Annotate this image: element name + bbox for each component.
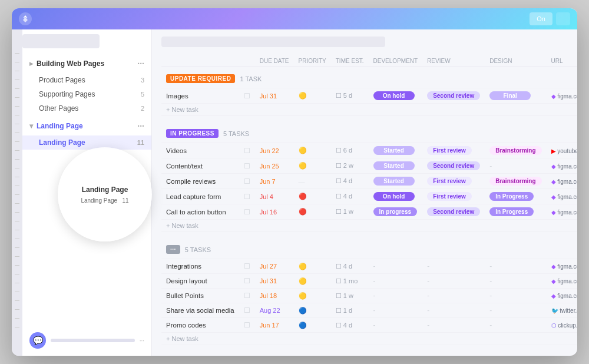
table-row[interactable]: Bullet Points ☐ Jul 18 🟡 ☐ 1 w - - - ◆ f… bbox=[161, 289, 577, 303]
task-priority[interactable]: 🔴 bbox=[294, 204, 331, 220]
sidebar-item-other-pages[interactable]: Other Pages 2 bbox=[22, 101, 151, 115]
task-checkbox[interactable]: ☐ bbox=[239, 259, 255, 274]
task-priority[interactable]: 🟡 bbox=[294, 259, 331, 274]
task-name[interactable]: Design layout bbox=[161, 274, 239, 289]
task-url[interactable]: ◆ figma.com bbox=[547, 204, 577, 220]
task-priority[interactable]: 🟡 bbox=[294, 143, 331, 158]
task-url[interactable]: ◆ figma.com bbox=[547, 259, 577, 274]
task-checkbox[interactable]: ☐ bbox=[239, 158, 255, 174]
task-design[interactable]: - bbox=[485, 274, 546, 289]
task-review[interactable]: Second review bbox=[422, 204, 485, 220]
sidebar-group-building-web-pages[interactable]: ▸ Building Web Pages ··· bbox=[22, 55, 151, 71]
task-name[interactable]: Images bbox=[161, 88, 239, 104]
task-checkbox[interactable]: ☐ bbox=[239, 289, 255, 303]
chat-bubble-icon[interactable]: 💬 bbox=[29, 332, 46, 349]
table-row[interactable]: Content/text ☐ Jun 25 🟡 ☐ 2 w Started Se… bbox=[161, 158, 577, 174]
sidebar-item-landing-page[interactable]: Landing Page 11 bbox=[22, 135, 151, 150]
more-options-icon[interactable]: ··· bbox=[137, 121, 144, 131]
table-row[interactable]: Share via social media ☐ Aug 22 🔵 ☐ 1 d … bbox=[161, 303, 577, 318]
table-row[interactable]: Videos ☐ Jun 22 🟡 ☐ 6 d Started First re… bbox=[161, 143, 577, 158]
task-review[interactable]: First review bbox=[422, 143, 485, 158]
task-name[interactable]: Bullet Points bbox=[161, 289, 239, 303]
new-task-label[interactable]: + New task bbox=[161, 333, 577, 345]
task-development[interactable]: - bbox=[369, 259, 423, 274]
task-checkbox[interactable]: ☐ bbox=[239, 174, 255, 189]
task-checkbox[interactable]: ☐ bbox=[239, 318, 255, 333]
task-design[interactable]: Brainstorming bbox=[485, 143, 546, 158]
task-design[interactable]: - bbox=[485, 303, 546, 318]
task-development[interactable]: - bbox=[369, 303, 423, 318]
task-review[interactable]: First review bbox=[422, 174, 485, 189]
task-url[interactable]: ⬡ clickup.com bbox=[547, 318, 577, 333]
task-name[interactable]: Share via social media bbox=[161, 303, 239, 318]
task-priority[interactable]: 🔴 bbox=[294, 189, 331, 204]
task-review[interactable]: Second review bbox=[422, 88, 485, 104]
task-url[interactable]: ▶ youtube.com bbox=[547, 143, 577, 158]
table-row[interactable]: Integrations ☐ Jul 27 🟡 ☐ 4 d - - - ◆ fi… bbox=[161, 259, 577, 274]
table-row[interactable]: Promo codes ☐ Jun 17 🔵 ☐ 4 d - - - ⬡ cli… bbox=[161, 318, 577, 333]
task-design[interactable]: - bbox=[485, 158, 546, 174]
task-review[interactable]: First review bbox=[422, 189, 485, 204]
task-url[interactable]: 🐦 twitter.com bbox=[547, 303, 577, 318]
task-development[interactable]: Started bbox=[369, 143, 423, 158]
table-row[interactable]: Call to action button ☐ Jul 16 🔴 ☐ 1 w I… bbox=[161, 204, 577, 220]
task-name[interactable]: Videos bbox=[161, 143, 239, 158]
task-review[interactable]: - bbox=[422, 289, 485, 303]
task-development[interactable]: - bbox=[369, 274, 423, 289]
table-row[interactable]: Compile reviews ☐ Jun 7 — ☐ 4 d Started … bbox=[161, 174, 577, 189]
task-development[interactable]: - bbox=[369, 289, 423, 303]
task-review[interactable]: - bbox=[422, 303, 485, 318]
task-development[interactable]: - bbox=[369, 318, 423, 333]
task-development[interactable]: Started bbox=[369, 174, 423, 189]
task-design[interactable]: In Progress bbox=[485, 189, 546, 204]
task-review[interactable]: - bbox=[422, 318, 485, 333]
task-priority[interactable]: 🔵 bbox=[294, 318, 331, 333]
task-checkbox[interactable]: ☐ bbox=[239, 88, 255, 104]
task-priority[interactable]: — bbox=[294, 174, 331, 189]
task-design[interactable]: In Progress bbox=[485, 204, 546, 220]
task-checkbox[interactable]: ☐ bbox=[239, 189, 255, 204]
task-design[interactable]: - bbox=[485, 318, 546, 333]
task-url[interactable]: ◆ figma.com bbox=[547, 274, 577, 289]
task-name[interactable]: Integrations bbox=[161, 259, 239, 274]
new-task-row[interactable]: + New task bbox=[161, 104, 577, 116]
table-row[interactable]: Images ☐ Jul 31 🟡 ☐ 5 d On hold Second r… bbox=[161, 88, 577, 104]
task-name[interactable]: Compile reviews bbox=[161, 174, 239, 189]
task-design[interactable]: Final bbox=[485, 88, 546, 104]
task-development[interactable]: Started bbox=[369, 158, 423, 174]
table-row[interactable]: Design layout ☐ Jul 31 🟡 ☐ 1 mo - - - ◆ … bbox=[161, 274, 577, 289]
new-task-label[interactable]: + New task bbox=[161, 104, 577, 116]
task-development[interactable]: On hold bbox=[369, 189, 423, 204]
sidebar-item-supporting-pages[interactable]: Supporting Pages 5 bbox=[22, 87, 151, 101]
task-checkbox[interactable]: ☐ bbox=[239, 204, 255, 220]
task-design[interactable]: Brainstorming bbox=[485, 174, 546, 189]
more-options-icon[interactable]: ··· bbox=[137, 59, 144, 68]
task-priority[interactable]: 🟡 bbox=[294, 88, 331, 104]
task-review[interactable]: Second review bbox=[422, 158, 485, 174]
task-checkbox[interactable]: ☐ bbox=[239, 274, 255, 289]
task-development[interactable]: In progress bbox=[369, 204, 423, 220]
task-url[interactable]: ◆ figma.com bbox=[547, 189, 577, 204]
task-design[interactable]: - bbox=[485, 259, 546, 274]
task-name[interactable]: Promo codes bbox=[161, 318, 239, 333]
task-name[interactable]: Lead capture form bbox=[161, 189, 239, 204]
new-task-row[interactable]: + New task bbox=[161, 333, 577, 345]
task-name[interactable]: Content/text bbox=[161, 158, 239, 174]
new-task-row[interactable]: + New task bbox=[161, 220, 577, 232]
task-url[interactable]: ◆ figma.com bbox=[547, 158, 577, 174]
sidebar-item-product-pages[interactable]: Product Pages 3 bbox=[22, 73, 151, 87]
task-priority[interactable]: 🟡 bbox=[294, 274, 331, 289]
view-toggle-off[interactable] bbox=[556, 12, 570, 25]
table-area[interactable]: DUE DATE PRIORITY TIME EST. DEVELOPMENT … bbox=[152, 29, 577, 356]
task-name[interactable]: Call to action button bbox=[161, 204, 239, 220]
task-priority[interactable]: 🟡 bbox=[294, 289, 331, 303]
task-url[interactable]: ◆ figma.com bbox=[547, 174, 577, 189]
task-checkbox[interactable]: ☐ bbox=[239, 143, 255, 158]
view-toggle-on[interactable]: On bbox=[530, 12, 552, 25]
task-priority[interactable]: 🔵 bbox=[294, 303, 331, 318]
table-row[interactable]: Lead capture form ☐ Jul 4 🔴 ☐ 4 d On hol… bbox=[161, 189, 577, 204]
task-development[interactable]: On hold bbox=[369, 88, 423, 104]
sidebar-group-landing-page[interactable]: ▾ Landing Page ··· bbox=[22, 118, 151, 133]
new-task-label[interactable]: + New task bbox=[161, 220, 577, 232]
task-url[interactable]: ◆ figma.com bbox=[547, 289, 577, 303]
